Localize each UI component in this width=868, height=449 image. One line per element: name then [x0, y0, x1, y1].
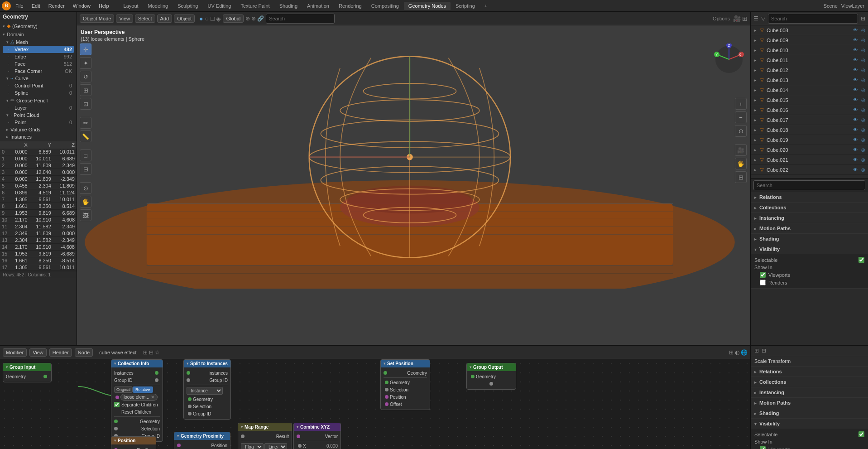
table-row[interactable]: 00.0006.68910.011: [0, 149, 77, 155]
node-map-range[interactable]: ▾ Map Range Result Float: [238, 423, 292, 449]
domain-header[interactable]: ▾ Domain: [3, 31, 74, 38]
item-eye-icon[interactable]: 👁: [852, 147, 858, 153]
global-btn[interactable]: Global: [223, 14, 244, 23]
tab-sculpting[interactable]: Sculpting: [173, 2, 202, 10]
mr-float-select[interactable]: Float: [241, 443, 264, 449]
ne-icon-2[interactable]: ⊟: [149, 349, 153, 356]
viewport-search-input[interactable]: [266, 14, 335, 24]
display-btn[interactable]: ⊞: [735, 171, 747, 183]
viewport-icon-filter[interactable]: ⊞: [742, 15, 748, 22]
tab-add-workspace[interactable]: +: [480, 2, 492, 10]
outliner-filter-btn[interactable]: ⊞: [861, 15, 865, 22]
control-point-item[interactable]: · Control Point 0: [3, 82, 74, 89]
ne-grid-icon[interactable]: ⊞: [729, 349, 734, 356]
transform-tool[interactable]: ⊡: [80, 98, 91, 110]
menu-render[interactable]: Render: [45, 2, 68, 10]
ne-icon-3[interactable]: ☆: [155, 349, 160, 356]
viewports-checkbox[interactable]: [760, 272, 766, 278]
table-row[interactable]: 30.00012.0400.000: [0, 169, 77, 176]
item-eye-icon[interactable]: 👁: [852, 117, 858, 123]
node-split-instances[interactable]: ▾ Split to Instances Instances Group ID: [183, 359, 231, 420]
menu-window[interactable]: Window: [69, 2, 94, 10]
node-canvas[interactable]: ▾ Group Input Geometry ▾ Collection I: [0, 359, 750, 449]
table-row[interactable]: 151.9539.819-6.689: [0, 251, 77, 257]
node-group-input[interactable]: ▾ Group Input Geometry: [3, 363, 52, 382]
node-editor[interactable]: Modifier View Header Node cube wave effe…: [0, 346, 750, 449]
tab-rendering[interactable]: Rendering: [334, 2, 366, 10]
cursor-tool[interactable]: ✛: [80, 43, 91, 55]
face-item[interactable]: · Face 512: [3, 60, 74, 68]
item-cam-icon[interactable]: ◎: [860, 57, 866, 63]
outliner-search-input[interactable]: [768, 14, 858, 24]
node-position[interactable]: ▾ Position Position: [111, 436, 156, 449]
camera-btn[interactable]: 🎥: [735, 144, 747, 156]
item-eye-icon[interactable]: 👁: [852, 87, 858, 93]
item-cam-icon[interactable]: ◎: [860, 117, 866, 123]
item-eye-icon[interactable]: 👁: [852, 137, 858, 143]
item-eye-icon[interactable]: 👁: [852, 77, 858, 83]
geometry-item[interactable]: ▾ ◆ (Geometry): [0, 22, 77, 30]
ci-tag[interactable]: loose elem... ✕: [120, 394, 158, 401]
rotate-tool[interactable]: ↺: [80, 71, 91, 82]
select-btn[interactable]: Select: [135, 14, 155, 23]
outliner-item[interactable]: ▸ ▽ Cube.014 👁 ◎: [751, 85, 868, 95]
add-cube-tool[interactable]: □: [80, 150, 91, 161]
tab-shading[interactable]: Shading: [275, 2, 302, 10]
motion-paths-header[interactable]: ▸ Motion Paths: [751, 223, 868, 233]
shading-bottom-header[interactable]: ▸ Shading: [751, 408, 868, 418]
item-eye-icon[interactable]: 👁: [852, 127, 858, 133]
zoom-fit-btn[interactable]: ⊙: [735, 125, 747, 137]
outliner-item[interactable]: ▸ ▽ Cube.011 👁 ◎: [751, 55, 868, 65]
ci-separate-checkbox[interactable]: [114, 402, 120, 407]
table-row[interactable]: 10.00010.0116.689: [0, 155, 77, 162]
item-cam-icon[interactable]: ◎: [860, 107, 866, 113]
object-btn[interactable]: Object: [174, 14, 195, 23]
table-row[interactable]: 60.8994.51911.124: [0, 189, 77, 196]
visibility-bottom-header[interactable]: ▾ Visibility: [751, 419, 868, 429]
zoom-out-btn[interactable]: −: [735, 111, 747, 123]
visibility-header[interactable]: ▾ Visibility: [751, 244, 868, 254]
layer-item[interactable]: · Layer 0: [3, 104, 74, 111]
tab-uv-editing[interactable]: UV Editing: [203, 2, 235, 10]
item-eye-icon[interactable]: 👁: [852, 107, 858, 113]
scale-transform-header[interactable]: Scale Transform: [751, 356, 868, 367]
pan-btn[interactable]: 🖐: [735, 158, 747, 169]
item-eye-icon[interactable]: 👁: [852, 47, 858, 53]
outliner-item[interactable]: ▸ ▽ Cube.009 👁 ◎: [751, 35, 868, 45]
face-corner-item[interactable]: · Face Corner OK: [3, 68, 74, 75]
object-mode-btn[interactable]: Object Mode: [80, 14, 114, 23]
ne-header-btn[interactable]: Header: [49, 348, 72, 357]
item-eye-icon[interactable]: 👁: [852, 27, 858, 34]
table-row[interactable]: 91.9539.8196.689: [0, 210, 77, 217]
table-row[interactable]: 161.6618.350-8.514: [0, 257, 77, 264]
view-all-tool[interactable]: ⊙: [80, 182, 91, 194]
outliner-bottom-search-input[interactable]: [753, 180, 865, 190]
ne-world-icon[interactable]: 🌐: [741, 349, 748, 356]
tab-layout[interactable]: Layout: [119, 2, 143, 10]
tab-geometry-nodes[interactable]: Geometry Nodes: [404, 2, 451, 10]
item-cam-icon[interactable]: ◎: [860, 137, 866, 143]
ci-tag-x[interactable]: ✕: [151, 395, 154, 400]
edge-item[interactable]: · Edge 992: [3, 53, 74, 60]
volume-grids-header[interactable]: ▸ Volume Grids: [3, 126, 74, 133]
shading-header[interactable]: ▸ Shading: [751, 234, 868, 244]
outliner-item[interactable]: ▸ ▽ Cube.018 👁 ◎: [751, 125, 868, 135]
item-cam-icon[interactable]: ◎: [860, 77, 866, 83]
view-btn[interactable]: View: [116, 14, 133, 23]
ne-view-icon[interactable]: ◐: [735, 349, 739, 356]
instancing-header[interactable]: ▸ Instancing: [751, 213, 868, 223]
select-box-tool[interactable]: ⊟: [80, 163, 91, 175]
table-row[interactable]: 132.30411.582-2.349: [0, 237, 77, 244]
node-group-output[interactable]: ▾ Group Output Geometry: [466, 363, 516, 390]
outliner-item[interactable]: ▸ ▽ Cube.017 👁 ◎: [751, 115, 868, 125]
node-combine-xyz[interactable]: ▾ Combine XYZ Vector X 0.000: [293, 423, 341, 449]
viewport-3d-area[interactable]: User Perspective (13) loose elements | S…: [77, 25, 750, 345]
move-tool[interactable]: ✦: [80, 57, 91, 69]
tab-texture-paint[interactable]: Texture Paint: [236, 2, 274, 10]
tab-modeling[interactable]: Modeling: [144, 2, 173, 10]
table-row[interactable]: 171.3056.56110.011: [0, 264, 77, 271]
outliner-item[interactable]: ▸ ▽ Cube.021 👁 ◎: [751, 155, 868, 165]
item-cam-icon[interactable]: ◎: [860, 67, 866, 73]
mesh-header[interactable]: ▾ △ Mesh: [3, 38, 74, 46]
outliner-item[interactable]: ▸ ▽ Cube.012 👁 ◎: [751, 65, 868, 75]
